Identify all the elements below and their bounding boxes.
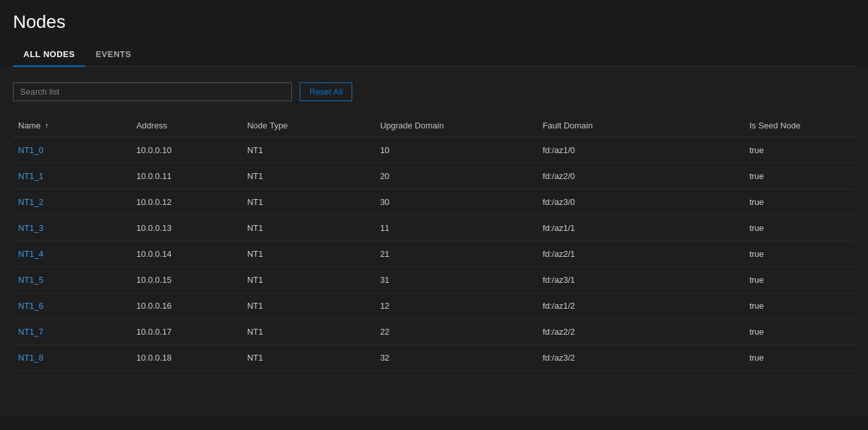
cell-is-seed-node: true [744,267,855,293]
cell-is-seed-node: true [744,137,855,163]
cell-is-seed-node: true [744,215,855,241]
cell-node-type: NT1 [242,319,375,345]
cell-node-type: NT1 [242,345,375,371]
tabs-bar: ALL NODES EVENTS [13,43,855,67]
cell-fault-domain: fd:/az3/0 [537,189,744,215]
table-row: NT1_6 10.0.0.16 NT1 12 fd:/az1/2 true [13,293,855,319]
cell-upgrade-domain: 31 [375,267,537,293]
cell-is-seed-node: true [744,241,855,267]
tab-all-nodes[interactable]: ALL NODES [13,43,85,67]
cell-node-type: NT1 [242,137,375,163]
search-input[interactable] [13,82,292,101]
cell-is-seed-node: true [744,163,855,189]
cell-address: 10.0.0.13 [131,215,242,241]
reset-all-button[interactable]: Reset All [300,82,352,101]
cell-address: 10.0.0.12 [131,189,242,215]
cell-is-seed-node: true [744,319,855,345]
cell-is-seed-node: true [744,345,855,371]
cell-node-type: NT1 [242,189,375,215]
cell-upgrade-domain: 20 [375,163,537,189]
cell-node-name[interactable]: NT1_2 [13,189,131,215]
cell-node-name[interactable]: NT1_0 [13,137,131,163]
cell-address: 10.0.0.11 [131,163,242,189]
cell-node-name[interactable]: NT1_8 [13,345,131,371]
cell-upgrade-domain: 12 [375,293,537,319]
table-row: NT1_1 10.0.0.11 NT1 20 fd:/az2/0 true [13,163,855,189]
cell-node-name[interactable]: NT1_3 [13,215,131,241]
nodes-table: Name ↑ Address Node Type [13,114,855,371]
cell-fault-domain: fd:/az3/2 [537,345,744,371]
toolbar: Reset All [13,82,855,101]
table-row: NT1_0 10.0.0.10 NT1 10 fd:/az1/0 true [13,137,855,163]
cell-upgrade-domain: 21 [375,241,537,267]
cell-fault-domain: fd:/az1/1 [537,215,744,241]
cell-node-type: NT1 [242,163,375,189]
cell-node-name[interactable]: NT1_7 [13,319,131,345]
cell-is-seed-node: true [744,293,855,319]
cell-node-name[interactable]: NT1_4 [13,241,131,267]
col-header-is-seed-node: Is Seed Node [744,114,855,137]
table-row: NT1_3 10.0.0.13 NT1 11 fd:/az1/1 true [13,215,855,241]
table-row: NT1_5 10.0.0.15 NT1 31 fd:/az3/1 true [13,267,855,293]
col-header-name: Name ↑ [13,114,131,137]
col-header-upgrade-domain: Upgrade Domain [375,114,537,137]
cell-address: 10.0.0.17 [131,319,242,345]
cell-node-name[interactable]: NT1_6 [13,293,131,319]
cell-upgrade-domain: 22 [375,319,537,345]
table-body: NT1_0 10.0.0.10 NT1 10 fd:/az1/0 true NT… [13,137,855,371]
content-area: Reset All Name ↑ Address Node Typ [0,67,868,417]
cell-fault-domain: fd:/az2/2 [537,319,744,345]
table-row: NT1_4 10.0.0.14 NT1 21 fd:/az2/1 true [13,241,855,267]
cell-node-type: NT1 [242,241,375,267]
cell-address: 10.0.0.14 [131,241,242,267]
cell-fault-domain: fd:/az1/2 [537,293,744,319]
cell-node-type: NT1 [242,215,375,241]
cell-address: 10.0.0.18 [131,345,242,371]
cell-upgrade-domain: 10 [375,137,537,163]
cell-address: 10.0.0.15 [131,267,242,293]
cell-address: 10.0.0.16 [131,293,242,319]
table-row: NT1_8 10.0.0.18 NT1 32 fd:/az3/2 true [13,345,855,371]
col-header-fault-domain: Fault Domain [537,114,744,137]
cell-node-name[interactable]: NT1_1 [13,163,131,189]
table-header: Name ↑ Address Node Type [13,114,855,137]
cell-address: 10.0.0.10 [131,137,242,163]
cell-is-seed-node: true [744,189,855,215]
cell-fault-domain: fd:/az2/0 [537,163,744,189]
cell-fault-domain: fd:/az1/0 [537,137,744,163]
cell-fault-domain: fd:/az2/1 [537,241,744,267]
table-row: NT1_2 10.0.0.12 NT1 30 fd:/az3/0 true [13,189,855,215]
cell-upgrade-domain: 30 [375,189,537,215]
page-header: Nodes ALL NODES EVENTS [0,0,868,67]
cell-node-type: NT1 [242,267,375,293]
tab-events[interactable]: EVENTS [85,43,141,66]
col-header-node-type: Node Type [242,114,375,137]
table-row: NT1_7 10.0.0.17 NT1 22 fd:/az2/2 true [13,319,855,345]
cell-fault-domain: fd:/az3/1 [537,267,744,293]
cell-node-name[interactable]: NT1_5 [13,267,131,293]
cell-node-type: NT1 [242,293,375,319]
page-title: Nodes [13,12,855,32]
sort-name-icon[interactable]: ↑ [45,121,49,130]
col-header-address: Address [131,114,242,137]
cell-upgrade-domain: 11 [375,215,537,241]
cell-upgrade-domain: 32 [375,345,537,371]
